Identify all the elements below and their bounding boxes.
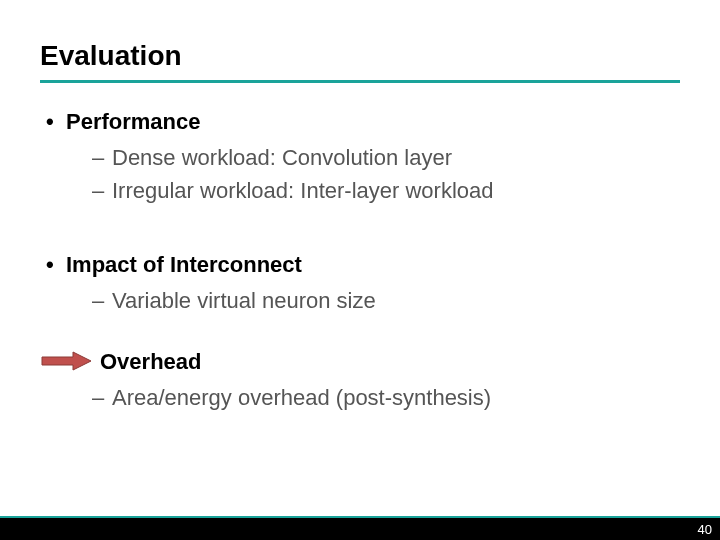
- section-overhead: Overhead: [40, 347, 680, 377]
- section-interconnect: Impact of Interconnect: [40, 250, 680, 280]
- page-number: 40: [698, 522, 712, 537]
- spacer: [40, 319, 680, 347]
- section-heading: Performance: [66, 109, 201, 134]
- spacer: [40, 210, 680, 250]
- footer-bar: 40: [0, 516, 720, 540]
- arrow-icon: [39, 350, 94, 372]
- section-performance: Performance: [40, 107, 680, 137]
- section-heading: Overhead: [100, 349, 202, 374]
- title-rule: [40, 80, 680, 83]
- svg-marker-0: [42, 352, 91, 370]
- list-item: Irregular workload: Inter-layer workload: [40, 176, 680, 206]
- list-item: Dense workload: Convolution layer: [40, 143, 680, 173]
- slide: Evaluation Performance Dense workload: C…: [0, 0, 720, 540]
- slide-content: Performance Dense workload: Convolution …: [40, 107, 680, 413]
- section-heading: Impact of Interconnect: [66, 252, 302, 277]
- slide-title: Evaluation: [40, 40, 680, 72]
- list-item: Variable virtual neuron size: [40, 286, 680, 316]
- list-item: Area/energy overhead (post-synthesis): [40, 383, 680, 413]
